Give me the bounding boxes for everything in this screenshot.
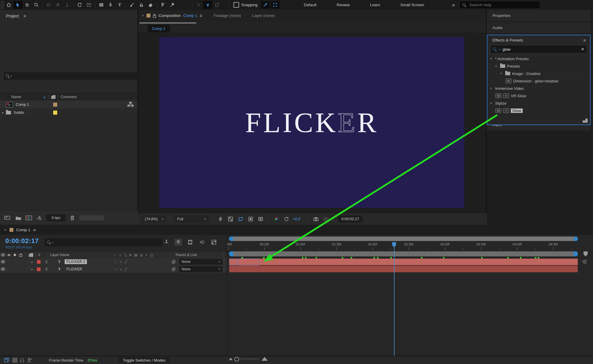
- layer-color-label[interactable]: [36, 260, 41, 264]
- layer-visibility-eye-icon[interactable]: [0, 267, 6, 271]
- project-row-comp-1[interactable]: Comp 1: [0, 100, 137, 108]
- workspace-overflow-chevron[interactable]: »: [452, 2, 455, 8]
- graph-editor-icon[interactable]: [210, 239, 218, 246]
- project-search-box[interactable]: ▾: [4, 72, 138, 80]
- timeline-pane-divider[interactable]: [227, 235, 227, 356]
- layer-twirl-icon[interactable]: ▸: [31, 260, 33, 264]
- quality-switch-icon[interactable]: ╲: [124, 253, 126, 257]
- tab-footage[interactable]: Footage (none): [214, 10, 241, 21]
- effects-tree-item-image-creative[interactable]: ▾Image - Creative: [487, 70, 590, 77]
- eraser-tool-button[interactable]: [146, 1, 155, 9]
- timeline-search-input[interactable]: [54, 240, 147, 245]
- timeline-search-box[interactable]: ▾: [44, 238, 162, 246]
- search-options-chevron[interactable]: ▾: [11, 75, 12, 77]
- grid-guides-icon[interactable]: [257, 215, 265, 223]
- audio-cell[interactable]: [6, 266, 12, 272]
- anchor-switch-icon[interactable]: ♁: [114, 267, 117, 271]
- panel-menu-icon[interactable]: ≡: [200, 13, 202, 18]
- zoom-out-mountain-icon[interactable]: [229, 358, 233, 360]
- mask-mode-icon[interactable]: [12, 358, 17, 363]
- pen-tool-button[interactable]: [106, 1, 115, 9]
- collapse-switch-icon[interactable]: ☼: [119, 260, 122, 264]
- layer-row-1[interactable]: ▸1TFLICKER 2♁☼╱@None▾: [0, 258, 227, 266]
- column-comment[interactable]: Comment: [61, 95, 77, 99]
- brush-tool-button[interactable]: [128, 1, 137, 9]
- render-quality-icon[interactable]: [581, 259, 589, 265]
- sort-ascending-icon[interactable]: ▲: [43, 95, 46, 99]
- rectangle-tool-button[interactable]: [97, 1, 106, 9]
- layer-color-label[interactable]: [36, 267, 41, 272]
- mask-toggle-icon[interactable]: [247, 215, 255, 223]
- sidebar-panel-audio[interactable]: Audio: [487, 22, 591, 34]
- project-settings-icon[interactable]: [36, 215, 42, 220]
- project-row-solids[interactable]: ▸Solids: [0, 108, 137, 116]
- author-icon[interactable]: [27, 358, 32, 363]
- world-axis-mode-button[interactable]: [203, 1, 212, 9]
- effects-tree-item-immersive-video[interactable]: ▾Immersive Video: [487, 85, 590, 92]
- magnification-dropdown[interactable]: (74,8%)▾: [142, 215, 166, 223]
- zoom-in-mountain-icon[interactable]: [262, 357, 268, 361]
- project-footer-scrollbar[interactable]: [79, 215, 104, 221]
- channel-settings-icon[interactable]: [273, 215, 280, 223]
- expression-braces-icon[interactable]: { }: [20, 358, 24, 363]
- snapping-checkbox[interactable]: [233, 2, 239, 8]
- frame-blending-icon[interactable]: [186, 239, 194, 246]
- effects-search-box[interactable]: ▾ ✕: [490, 45, 587, 53]
- reset-exposure-icon[interactable]: [283, 215, 290, 223]
- roto-brush-tool-button[interactable]: [158, 1, 168, 9]
- anchor-switch-icon[interactable]: ♁: [114, 260, 117, 264]
- layer-bar-2[interactable]: [229, 266, 578, 272]
- twirl-icon[interactable]: ▸: [0, 111, 6, 114]
- new-composition-icon[interactable]: [26, 215, 32, 220]
- motion-blur-switch-icon[interactable]: ◎: [140, 253, 143, 257]
- collapse-transform-icon[interactable]: ☼: [119, 253, 122, 257]
- layer-name[interactable]: FLICKER 2: [65, 259, 87, 264]
- fast-preview-icon[interactable]: [217, 215, 224, 223]
- video-column-icon[interactable]: [0, 253, 6, 257]
- composition-mini-flowchart-icon[interactable]: [163, 239, 170, 246]
- layer-name[interactable]: FLICKER: [65, 267, 84, 272]
- tab-layer[interactable]: Layer (none): [252, 10, 275, 21]
- zoom-tool-button[interactable]: [32, 1, 41, 9]
- effects-tree-item--animation-presets[interactable]: ▾* Animation Presets: [487, 55, 590, 63]
- transparency-grid-icon[interactable]: [227, 215, 234, 223]
- layer-bar-1[interactable]: [229, 258, 578, 265]
- layer-row-2[interactable]: ▸2TFLICKER♁☼╱@None▾: [0, 266, 227, 273]
- playhead-line[interactable]: [394, 247, 395, 356]
- twirl-down-icon[interactable]: ▾: [500, 72, 503, 75]
- flowchart-icon[interactable]: [127, 102, 134, 108]
- zoom-slider-knob[interactable]: [234, 357, 239, 362]
- effects-tree-item-stylize[interactable]: ▾Stylize: [487, 100, 590, 107]
- workspace-tab-learn[interactable]: Learn: [360, 0, 390, 10]
- effects-tree-item-glow[interactable]: 32≡Glow: [487, 107, 590, 114]
- parent-pickwhip-icon[interactable]: @: [171, 259, 176, 264]
- audio-cell[interactable]: [6, 258, 12, 265]
- column-divider[interactable]: [48, 95, 49, 99]
- search-options-chevron[interactable]: ▾: [52, 241, 53, 244]
- collapse-switch-icon[interactable]: ☼: [119, 267, 122, 271]
- lock-column-icon[interactable]: [18, 253, 24, 257]
- time-ruler[interactable]: 0:00f00:30f01:00f01:30f02:00f02:30f03:00…: [227, 242, 580, 251]
- workspace-tab-small-screen[interactable]: Small Screen: [390, 0, 434, 10]
- panel-menu-icon[interactable]: ≡: [583, 38, 586, 43]
- panel-menu-icon[interactable]: ≡: [33, 227, 36, 232]
- lock-cell[interactable]: [18, 258, 25, 265]
- clone-stamp-tool-button[interactable]: [137, 1, 146, 9]
- anchor-switch-icon[interactable]: ♁: [114, 253, 116, 257]
- comp-marker-shield-icon[interactable]: [583, 251, 589, 257]
- lock-cell[interactable]: [18, 266, 25, 272]
- effects-search-input[interactable]: [502, 47, 577, 52]
- help-search-box[interactable]: [460, 1, 540, 9]
- column-layer-name[interactable]: Layer Name: [50, 253, 69, 257]
- interpret-footage-icon[interactable]: [4, 215, 11, 220]
- color-label-chip[interactable]: [53, 110, 58, 115]
- label-column-icon[interactable]: [51, 95, 55, 99]
- quality-switch-icon[interactable]: ╱: [125, 260, 127, 264]
- audio-column-icon[interactable]: [6, 253, 12, 257]
- column-number[interactable]: #: [38, 253, 40, 257]
- camera-tool-button[interactable]: [84, 1, 93, 9]
- close-tab-icon[interactable]: ×: [4, 228, 7, 232]
- work-area-bar[interactable]: [229, 237, 578, 241]
- hand-tool-button[interactable]: [23, 1, 32, 9]
- workspace-tab-review[interactable]: Review: [327, 0, 360, 10]
